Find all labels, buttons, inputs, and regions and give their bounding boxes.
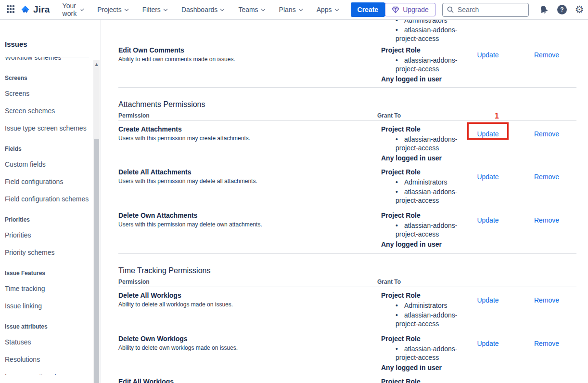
search-box[interactable]: [442, 3, 529, 17]
scrollbar-up-arrow-icon[interactable]: ▲: [93, 60, 100, 66]
sidebar-item-screens[interactable]: Screens: [4, 89, 89, 98]
column-header-grant-to: Grant To: [377, 112, 467, 119]
permission-description: Users with this permission may delete al…: [118, 178, 377, 185]
permission-description: Ability to delete all worklogs made on i…: [118, 301, 377, 308]
search-input[interactable]: [458, 6, 520, 13]
sidebar-item-field-configuration-schemes[interactable]: Field configuration schemes: [4, 194, 89, 204]
section-title-time-tracking: Time Tracking Permissions: [118, 265, 576, 276]
jira-logo-icon: [20, 5, 30, 15]
grant-role-label: Project Role: [381, 291, 467, 300]
sidebar-item-field-configurations[interactable]: Field configurations: [4, 177, 89, 186]
grant-role-label: Project Role: [381, 168, 467, 176]
permission-title: Delete Own Worklogs: [118, 334, 377, 343]
update-link[interactable]: Update: [477, 296, 499, 304]
grant-item: Administrators: [396, 20, 467, 25]
permission-title: Delete Own Attachments: [118, 211, 377, 220]
remove-link[interactable]: Remove: [534, 130, 559, 138]
update-link[interactable]: Update: [477, 340, 499, 347]
update-link[interactable]: Update: [477, 51, 499, 59]
sidebar-section-screens: Screens: [4, 75, 89, 81]
grant-item: atlassian-addons-project-access: [396, 344, 467, 362]
nav-dashboards[interactable]: Dashboards: [181, 6, 224, 13]
help-icon[interactable]: ?: [557, 5, 567, 14]
sidebar-item-statuses[interactable]: Statuses: [4, 337, 89, 347]
remove-link[interactable]: Remove: [534, 173, 559, 181]
grant-item: atlassian-addons-project-access: [396, 187, 467, 205]
remove-link[interactable]: Remove: [534, 340, 559, 347]
column-header-permission: Permission: [118, 278, 377, 286]
create-button[interactable]: Create: [351, 2, 385, 17]
sidebar-item-resolutions[interactable]: Resolutions: [4, 355, 89, 364]
jira-logo[interactable]: Jira: [20, 4, 50, 15]
chevron-down-icon: [125, 7, 128, 11]
remove-link[interactable]: Remove: [534, 296, 559, 304]
grant-item: atlassian-addons-project-access: [396, 311, 467, 328]
update-link[interactable]: Update: [477, 216, 499, 224]
grant-role-label: Project Role: [381, 211, 467, 220]
nav-teams[interactable]: Teams: [238, 6, 264, 13]
sidebar-item-issue-type-screen-schemes[interactable]: Issue type screen schemes: [4, 123, 89, 133]
permission-row-delete-own-worklogs: Delete Own Worklogs Ability to delete ow…: [118, 330, 576, 373]
sidebar-scrollbar[interactable]: ▲: [93, 60, 100, 383]
permission-description: Users with this permission may delete ow…: [118, 221, 377, 228]
grant-role-label: Project Role: [381, 377, 467, 383]
grant-item: Administrators: [396, 178, 467, 186]
settings-gear-icon[interactable]: ⚙: [575, 5, 584, 15]
permission-row-edit-own-comments: Edit Own Comments Ability to edit own co…: [118, 44, 576, 88]
gem-icon: [392, 6, 399, 13]
grant-role-label: Project Role: [381, 334, 467, 343]
update-link[interactable]: Update: [477, 130, 499, 138]
remove-link[interactable]: Remove: [534, 216, 559, 224]
permission-row-delete-all-worklogs: Delete All Worklogs Ability to delete al…: [118, 287, 576, 330]
chevron-down-icon: [164, 7, 167, 11]
sidebar-item-workflow-schemes[interactable]: Workflow schemes: [4, 57, 89, 62]
sidebar-item-priority-schemes[interactable]: Priority schemes: [4, 248, 89, 257]
sidebar-item-screen-schemes[interactable]: Screen schemes: [4, 106, 89, 116]
chevron-down-icon: [220, 7, 224, 11]
grant-item: atlassian-addons-project-access: [396, 135, 467, 152]
sidebar-title: Issues: [0, 20, 101, 48]
permission-title: Create Attachments: [118, 125, 377, 133]
chevron-down-icon: [334, 7, 338, 11]
permission-description: Users with this permission may create at…: [118, 135, 377, 142]
grant-any-logged-in: Any logged in user: [381, 75, 467, 83]
scrollbar-thumb[interactable]: [94, 139, 99, 383]
sidebar-section-issue-attributes: Issue attributes: [4, 323, 89, 330]
sidebar: Issues Workflow schemes Screens Screens …: [0, 20, 101, 383]
nav-your-work[interactable]: Your work: [63, 2, 83, 17]
sidebar-section-fields: Fields: [4, 145, 89, 152]
sidebar-item-issue-linking[interactable]: Issue linking: [4, 301, 89, 311]
chevron-down-icon: [80, 7, 84, 11]
sidebar-item-custom-fields[interactable]: Custom fields: [4, 159, 89, 169]
permission-description: Ability to edit own comments made on iss…: [118, 56, 377, 63]
permission-title: Edit Own Comments: [118, 46, 377, 54]
permission-row-delete-all-attachments: Delete All Attachments Users with this p…: [118, 164, 576, 207]
top-nav: Jira Your work Projects Filters Dashboar…: [0, 0, 588, 20]
nav-plans[interactable]: Plans: [279, 6, 302, 13]
sidebar-scroll-area: Workflow schemes Screens Screens Screen …: [4, 57, 89, 375]
update-link[interactable]: Update: [477, 173, 499, 181]
grant-any-logged-in: Any logged in user: [381, 363, 467, 372]
table-header: Permission Grant To: [118, 278, 576, 287]
sidebar-section-issue-features: Issue Features: [4, 270, 89, 277]
search-icon: [447, 6, 454, 13]
notifications-bell-icon[interactable]: [538, 4, 549, 15]
upgrade-button[interactable]: Upgrade: [385, 3, 435, 16]
nav-filters[interactable]: Filters: [142, 6, 167, 13]
grant-role-label: Project Role: [381, 125, 467, 133]
sidebar-item-issue-security-schemes[interactable]: Issue security schemes: [4, 372, 89, 375]
chevron-down-icon: [261, 7, 265, 11]
sidebar-item-time-tracking[interactable]: Time tracking: [4, 284, 89, 293]
nav-projects[interactable]: Projects: [97, 6, 128, 13]
nav-menus: Your work Projects Filters Dashboards Te…: [63, 2, 338, 17]
permission-title: Edit All Worklogs: [118, 377, 377, 383]
permission-title: Delete All Worklogs: [118, 291, 377, 300]
remove-link[interactable]: Remove: [534, 51, 559, 59]
permission-row-edit-all-worklogs: Edit All Worklogs Project Role Update Re…: [118, 373, 576, 383]
sidebar-item-priorities[interactable]: Priorities: [4, 230, 89, 240]
permission-row-create-attachments: Create Attachments Users with this permi…: [118, 121, 576, 164]
nav-apps[interactable]: Apps: [317, 6, 338, 13]
app-switcher-icon[interactable]: [7, 5, 14, 14]
permission-row-delete-own-attachments: Delete Own Attachments Users with this p…: [118, 207, 576, 254]
sidebar-section-priorities: Priorities: [4, 216, 89, 223]
